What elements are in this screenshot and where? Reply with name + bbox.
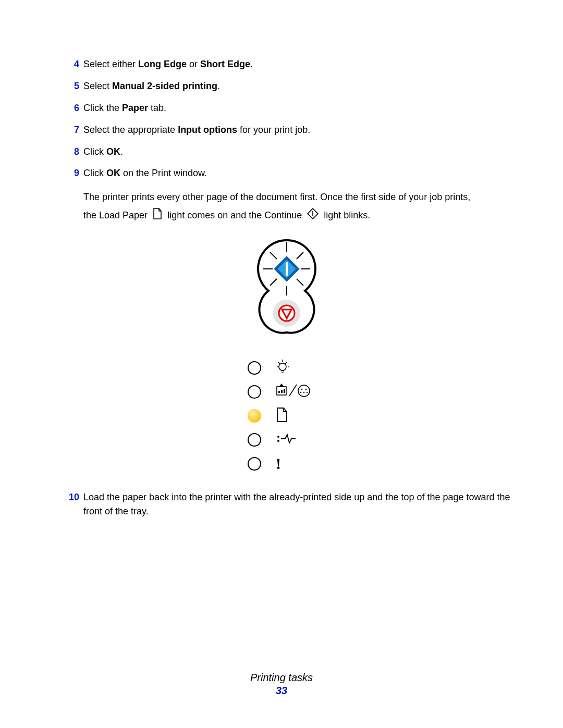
indicator-row [248,380,326,404]
footer-title: Printing tasks [250,672,313,683]
step-text: Click the Paper tab. [83,101,511,116]
step-number: 4 [63,57,79,72]
svg-rect-23 [278,391,280,393]
led-off [248,361,261,375]
svg-point-33 [277,436,279,438]
indicator-row: ! [248,452,326,476]
step-list: 4Select either Long Edge or Short Edge.5… [63,57,511,181]
body-text: light blinks. [324,210,370,220]
step-number: 9 [63,166,79,181]
svg-rect-25 [284,389,285,393]
step-item: 4Select either Long Edge or Short Edge. [63,57,511,72]
step-text: Load the paper back into the printer wit… [83,490,511,519]
step-item: 6Click the Paper tab. [63,101,511,116]
led-off [248,457,261,471]
step-number: 10 [63,490,79,519]
led-off [248,385,261,399]
step-number: 7 [63,123,79,138]
svg-point-30 [300,391,302,393]
body-text: the Load Paper [83,210,148,220]
printer-panel-illustration: ! [63,235,511,476]
step-10: 10 Load the paper back into the printer … [63,490,511,519]
document-page: 4Select either Long Edge or Short Edge.5… [0,0,563,728]
svg-marker-22 [279,384,284,387]
continue-diamond-icon [307,207,319,226]
indicator-row [248,356,326,380]
step-number: 5 [63,79,79,94]
svg-point-28 [301,388,303,390]
paper-icon [276,407,288,425]
led-on [248,409,261,423]
indicator-row [248,428,326,452]
body-text: light comes on and the Continue [167,210,304,220]
svg-line-19 [278,362,280,364]
step-text: Click OK on the Print window. [83,166,511,181]
svg-line-20 [285,362,287,364]
page-footer: Printing tasks 33 [0,672,563,697]
step-number: 6 [63,101,79,116]
svg-point-29 [305,388,307,390]
step-item: 5Select Manual 2-sided printing. [63,79,511,94]
body-text: The printer prints every other page of t… [83,192,470,202]
step-number: 8 [63,145,79,159]
bulb-icon [276,359,289,377]
svg-point-27 [298,385,310,397]
step-item: 8Click OK. [63,145,511,159]
paper-icon [152,207,163,226]
svg-point-31 [303,391,305,393]
step-item: 9Click OK on the Print window. [63,166,511,181]
svg-line-26 [289,385,297,396]
error-icon: ! [276,456,281,472]
svg-rect-24 [281,390,283,393]
toner-drum-icon [276,384,312,400]
jam-icon [276,433,297,447]
led-off [248,433,261,447]
step-text: Select Manual 2-sided printing. [83,79,511,94]
step-text: Click OK. [83,145,511,159]
svg-point-15 [279,363,286,371]
step-text: Select either Long Edge or Short Edge. [83,57,511,72]
step-9-continuation: 9 The printer prints every other page of… [63,188,511,225]
page-number: 33 [0,685,563,697]
step-item: 7Select the appropriate Input options fo… [63,123,511,138]
step-text: Select the appropriate Input options for… [83,123,511,138]
svg-point-34 [277,440,279,442]
svg-point-32 [307,391,308,393]
indicator-row [248,404,326,428]
